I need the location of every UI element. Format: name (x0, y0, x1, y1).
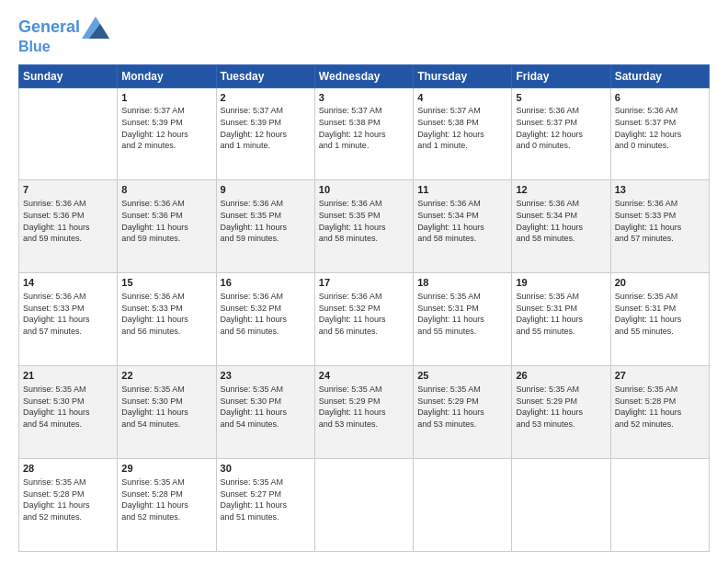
table-row: 16Sunrise: 5:36 AM Sunset: 5:32 PM Dayli… (216, 273, 314, 366)
table-row: 15Sunrise: 5:36 AM Sunset: 5:33 PM Dayli… (118, 273, 216, 366)
day-info: Sunrise: 5:35 AM Sunset: 5:30 PM Dayligh… (221, 384, 311, 430)
col-thursday: Thursday (414, 64, 512, 87)
day-number: 5 (516, 91, 606, 105)
day-number: 17 (319, 276, 409, 290)
day-info: Sunrise: 5:36 AM Sunset: 5:35 PM Dayligh… (221, 198, 311, 244)
logo-text: General (18, 18, 80, 37)
calendar-header-row: Sunday Monday Tuesday Wednesday Thursday… (19, 64, 710, 87)
day-info: Sunrise: 5:36 AM Sunset: 5:33 PM Dayligh… (121, 291, 211, 337)
table-row: 9Sunrise: 5:36 AM Sunset: 5:35 PM Daylig… (216, 180, 314, 273)
day-number: 23 (221, 369, 311, 383)
table-row: 3Sunrise: 5:37 AM Sunset: 5:38 PM Daylig… (314, 87, 413, 180)
day-info: Sunrise: 5:35 AM Sunset: 5:28 PM Dayligh… (23, 477, 113, 523)
day-number: 7 (23, 183, 113, 197)
day-info: Sunrise: 5:35 AM Sunset: 5:29 PM Dayligh… (417, 384, 507, 430)
table-row: 1Sunrise: 5:37 AM Sunset: 5:39 PM Daylig… (118, 87, 216, 180)
table-row: 17Sunrise: 5:36 AM Sunset: 5:32 PM Dayli… (314, 273, 413, 366)
day-number: 25 (417, 369, 507, 383)
table-row: 6Sunrise: 5:36 AM Sunset: 5:37 PM Daylig… (610, 87, 709, 180)
col-friday: Friday (512, 64, 610, 87)
day-info: Sunrise: 5:36 AM Sunset: 5:33 PM Dayligh… (615, 198, 705, 244)
table-row (512, 459, 610, 552)
table-row: 25Sunrise: 5:35 AM Sunset: 5:29 PM Dayli… (414, 366, 512, 459)
table-row: 26Sunrise: 5:35 AM Sunset: 5:29 PM Dayli… (512, 366, 610, 459)
day-info: Sunrise: 5:36 AM Sunset: 5:36 PM Dayligh… (121, 198, 211, 244)
day-info: Sunrise: 5:35 AM Sunset: 5:30 PM Dayligh… (23, 384, 113, 430)
table-row: 30Sunrise: 5:35 AM Sunset: 5:27 PM Dayli… (216, 459, 314, 552)
day-info: Sunrise: 5:36 AM Sunset: 5:35 PM Dayligh… (319, 198, 409, 244)
calendar-week-row: 14Sunrise: 5:36 AM Sunset: 5:33 PM Dayli… (19, 273, 710, 366)
table-row: 20Sunrise: 5:35 AM Sunset: 5:31 PM Dayli… (610, 273, 709, 366)
table-row: 29Sunrise: 5:35 AM Sunset: 5:28 PM Dayli… (118, 459, 216, 552)
day-info: Sunrise: 5:37 AM Sunset: 5:39 PM Dayligh… (221, 105, 311, 151)
day-info: Sunrise: 5:35 AM Sunset: 5:28 PM Dayligh… (615, 384, 705, 430)
day-info: Sunrise: 5:37 AM Sunset: 5:38 PM Dayligh… (417, 105, 507, 151)
day-info: Sunrise: 5:36 AM Sunset: 5:34 PM Dayligh… (516, 198, 606, 244)
day-info: Sunrise: 5:35 AM Sunset: 5:28 PM Dayligh… (121, 477, 211, 523)
table-row (314, 459, 413, 552)
table-row: 10Sunrise: 5:36 AM Sunset: 5:35 PM Dayli… (314, 180, 413, 273)
day-number: 29 (121, 462, 211, 476)
day-info: Sunrise: 5:36 AM Sunset: 5:37 PM Dayligh… (516, 105, 606, 151)
day-number: 16 (221, 276, 311, 290)
day-info: Sunrise: 5:35 AM Sunset: 5:30 PM Dayligh… (121, 384, 211, 430)
day-info: Sunrise: 5:36 AM Sunset: 5:32 PM Dayligh… (221, 291, 311, 337)
day-info: Sunrise: 5:35 AM Sunset: 5:31 PM Dayligh… (417, 291, 507, 337)
day-number: 18 (417, 276, 507, 290)
day-info: Sunrise: 5:36 AM Sunset: 5:37 PM Dayligh… (615, 105, 705, 151)
col-monday: Monday (118, 64, 216, 87)
day-number: 28 (23, 462, 113, 476)
day-info: Sunrise: 5:37 AM Sunset: 5:38 PM Dayligh… (319, 105, 409, 151)
day-number: 3 (319, 91, 409, 105)
day-number: 21 (23, 369, 113, 383)
day-info: Sunrise: 5:35 AM Sunset: 5:31 PM Dayligh… (516, 291, 606, 337)
calendar-week-row: 7Sunrise: 5:36 AM Sunset: 5:36 PM Daylig… (19, 180, 710, 273)
day-number: 11 (417, 183, 507, 197)
table-row: 13Sunrise: 5:36 AM Sunset: 5:33 PM Dayli… (610, 180, 709, 273)
table-row (610, 459, 709, 552)
day-info: Sunrise: 5:35 AM Sunset: 5:27 PM Dayligh… (221, 477, 311, 523)
day-number: 10 (319, 183, 409, 197)
table-row (19, 87, 118, 180)
table-row: 27Sunrise: 5:35 AM Sunset: 5:28 PM Dayli… (610, 366, 709, 459)
day-info: Sunrise: 5:36 AM Sunset: 5:36 PM Dayligh… (23, 198, 113, 244)
table-row: 2Sunrise: 5:37 AM Sunset: 5:39 PM Daylig… (216, 87, 314, 180)
day-info: Sunrise: 5:36 AM Sunset: 5:34 PM Dayligh… (417, 198, 507, 244)
calendar-week-row: 21Sunrise: 5:35 AM Sunset: 5:30 PM Dayli… (19, 366, 710, 459)
calendar-week-row: 1Sunrise: 5:37 AM Sunset: 5:39 PM Daylig… (19, 87, 710, 180)
day-number: 20 (615, 276, 705, 290)
table-row: 14Sunrise: 5:36 AM Sunset: 5:33 PM Dayli… (19, 273, 118, 366)
table-row: 23Sunrise: 5:35 AM Sunset: 5:30 PM Dayli… (216, 366, 314, 459)
day-number: 8 (121, 183, 211, 197)
table-row: 4Sunrise: 5:37 AM Sunset: 5:38 PM Daylig… (414, 87, 512, 180)
logo-text-blue: Blue (18, 39, 51, 55)
calendar-week-row: 28Sunrise: 5:35 AM Sunset: 5:28 PM Dayli… (19, 459, 710, 552)
table-row: 7Sunrise: 5:36 AM Sunset: 5:36 PM Daylig… (19, 180, 118, 273)
table-row: 28Sunrise: 5:35 AM Sunset: 5:28 PM Dayli… (19, 459, 118, 552)
day-number: 12 (516, 183, 606, 197)
table-row: 11Sunrise: 5:36 AM Sunset: 5:34 PM Dayli… (414, 180, 512, 273)
table-row (414, 459, 512, 552)
day-info: Sunrise: 5:35 AM Sunset: 5:31 PM Dayligh… (615, 291, 705, 337)
logo-icon (82, 17, 109, 39)
table-row: 18Sunrise: 5:35 AM Sunset: 5:31 PM Dayli… (414, 273, 512, 366)
day-number: 6 (615, 91, 705, 105)
table-row: 22Sunrise: 5:35 AM Sunset: 5:30 PM Dayli… (118, 366, 216, 459)
day-info: Sunrise: 5:35 AM Sunset: 5:29 PM Dayligh… (319, 384, 409, 430)
table-row: 12Sunrise: 5:36 AM Sunset: 5:34 PM Dayli… (512, 180, 610, 273)
table-row: 19Sunrise: 5:35 AM Sunset: 5:31 PM Dayli… (512, 273, 610, 366)
day-number: 13 (615, 183, 705, 197)
day-info: Sunrise: 5:37 AM Sunset: 5:39 PM Dayligh… (121, 105, 211, 151)
day-number: 24 (319, 369, 409, 383)
day-number: 14 (23, 276, 113, 290)
day-number: 15 (121, 276, 211, 290)
col-saturday: Saturday (610, 64, 709, 87)
day-number: 22 (121, 369, 211, 383)
table-row: 8Sunrise: 5:36 AM Sunset: 5:36 PM Daylig… (118, 180, 216, 273)
table-row: 21Sunrise: 5:35 AM Sunset: 5:30 PM Dayli… (19, 366, 118, 459)
col-tuesday: Tuesday (216, 64, 314, 87)
col-wednesday: Wednesday (314, 64, 413, 87)
day-number: 27 (615, 369, 705, 383)
table-row: 5Sunrise: 5:36 AM Sunset: 5:37 PM Daylig… (512, 87, 610, 180)
day-info: Sunrise: 5:35 AM Sunset: 5:29 PM Dayligh… (516, 384, 606, 430)
